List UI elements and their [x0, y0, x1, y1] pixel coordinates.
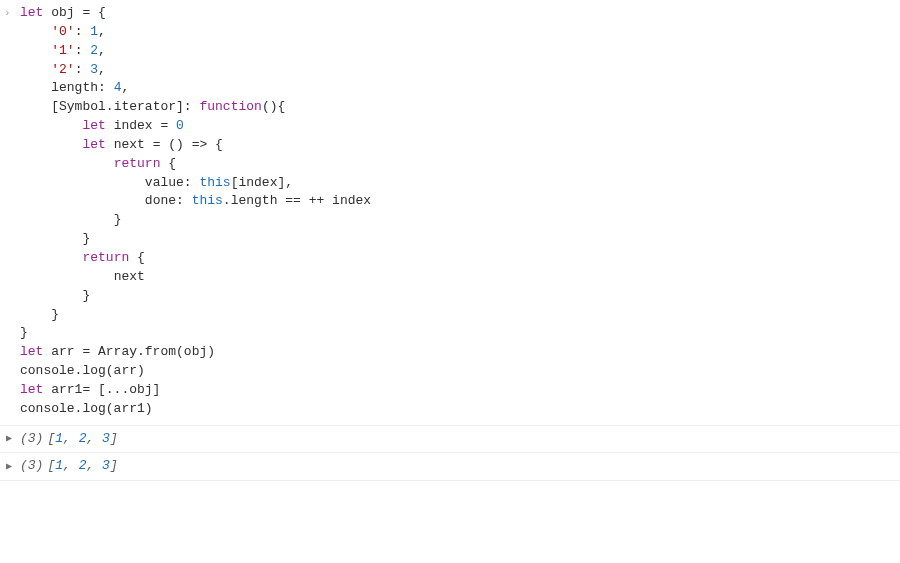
sep: , [86, 458, 102, 473]
brace: } [82, 288, 90, 303]
brace: } [20, 325, 28, 340]
array-value: 1 [55, 431, 63, 446]
keyword-this: this [199, 175, 230, 190]
string-literal: '1' [51, 43, 74, 58]
string-literal: '2' [51, 62, 74, 77]
console-output-row[interactable]: ▶ (3) [1, 2, 3] [0, 426, 900, 454]
array-length: (3) [20, 430, 43, 449]
keyword-let: let [20, 5, 43, 20]
chevron-right-icon: › [4, 6, 11, 22]
code-text: [Symbol.iterator]: [51, 99, 199, 114]
indent [20, 307, 51, 322]
brace: } [51, 307, 59, 322]
keyword-this: this [192, 193, 223, 208]
console-output-row[interactable]: ▶ (3) [1, 2, 3] [0, 453, 900, 481]
array-length: (3) [20, 457, 43, 476]
code-text: { [129, 250, 145, 265]
code-text: (){ [262, 99, 285, 114]
code-text: : [75, 43, 91, 58]
prop-key: length [51, 80, 98, 95]
brace: } [114, 212, 122, 227]
code-snippet: let obj = { '0': 1, '1': 2, '2': 3, leng… [20, 4, 900, 419]
indent [20, 212, 114, 227]
code-text: console.log(arr1) [20, 401, 153, 416]
indent [20, 99, 51, 114]
code-text: .length == ++ index [223, 193, 371, 208]
indent [20, 269, 114, 284]
code-text: : [98, 80, 114, 95]
indent [20, 137, 82, 152]
keyword-return: return [114, 156, 161, 171]
indent [20, 231, 82, 246]
bracket-close: ] [110, 431, 118, 446]
keyword-let: let [20, 382, 43, 397]
string-literal: '0' [51, 24, 74, 39]
indent [20, 156, 114, 171]
sep: , [86, 431, 102, 446]
number-literal: 1 [90, 24, 98, 39]
comma: , [98, 24, 106, 39]
indent [20, 250, 82, 265]
keyword-let: let [20, 344, 43, 359]
indent [20, 43, 51, 58]
indent [20, 24, 51, 39]
indent [20, 175, 145, 190]
array-preview: [1, 2, 3] [47, 457, 117, 476]
indent [20, 118, 82, 133]
devtools-console: › let obj = { '0': 1, '1': 2, '2': 3, le… [0, 0, 900, 481]
keyword-function: function [199, 99, 261, 114]
number-literal: 2 [90, 43, 98, 58]
number-literal: 0 [176, 118, 184, 133]
array-value: 3 [102, 431, 110, 446]
code-text: console.log(arr) [20, 363, 145, 378]
code-text: : [75, 24, 91, 39]
brace: } [82, 231, 90, 246]
code-text: index = [106, 118, 176, 133]
code-text: arr = Array.from(obj) [43, 344, 215, 359]
bracket-close: ] [110, 458, 118, 473]
console-input-block[interactable]: › let obj = { '0': 1, '1': 2, '2': 3, le… [0, 4, 900, 426]
comma: , [98, 43, 106, 58]
code-text: next = () => { [106, 137, 223, 152]
prop-key: done: [145, 193, 192, 208]
code-text: next [114, 269, 145, 284]
array-value: 1 [55, 458, 63, 473]
expand-icon[interactable]: ▶ [6, 432, 12, 447]
indent [20, 193, 145, 208]
number-literal: 3 [90, 62, 98, 77]
code-text: : [75, 62, 91, 77]
keyword-return: return [82, 250, 129, 265]
array-preview: [1, 2, 3] [47, 430, 117, 449]
code-text: { [160, 156, 176, 171]
keyword-let: let [82, 137, 105, 152]
indent [20, 80, 51, 95]
code-text: [index], [231, 175, 293, 190]
indent [20, 288, 82, 303]
code-text: arr1= [...obj] [43, 382, 160, 397]
expand-icon[interactable]: ▶ [6, 460, 12, 475]
sep: , [63, 431, 79, 446]
indent [20, 62, 51, 77]
comma: , [121, 80, 129, 95]
array-value: 3 [102, 458, 110, 473]
sep: , [63, 458, 79, 473]
code-text: obj = { [43, 5, 105, 20]
prop-key: value: [145, 175, 200, 190]
comma: , [98, 62, 106, 77]
keyword-let: let [82, 118, 105, 133]
